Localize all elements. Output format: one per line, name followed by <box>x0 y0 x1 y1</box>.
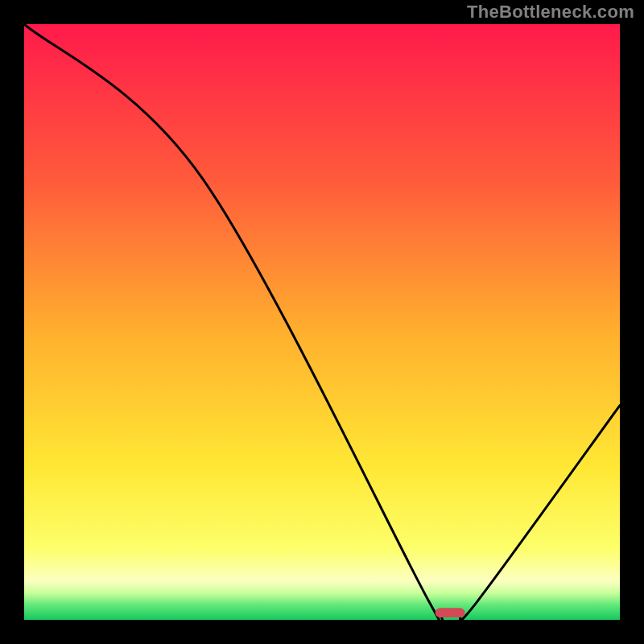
chart-svg <box>24 24 620 620</box>
optimal-marker <box>436 608 465 617</box>
chart-frame: TheBottleneck.com <box>0 0 644 644</box>
watermark-text: TheBottleneck.com <box>467 2 634 23</box>
plot-area <box>24 24 620 620</box>
